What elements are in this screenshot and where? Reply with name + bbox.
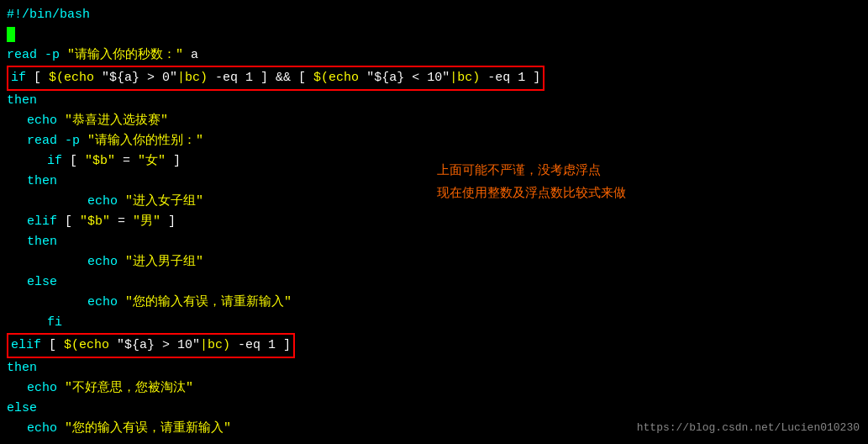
comment-line2: 现在使用整数及浮点数比较式来做 (437, 182, 626, 205)
line-blank2 (7, 439, 861, 444)
line-elif: elif [ $(echo "${a} > 10"|bc) -eq 1 ] (7, 333, 295, 358)
elif-boy-b: "$b" (80, 214, 110, 229)
line-then1: then (7, 91, 861, 111)
read-var: a (183, 48, 198, 62)
elif-eq: -eq 1 ] (230, 338, 291, 352)
if-gender-val: "女" (138, 154, 166, 168)
line-read: read -p "请输入你的秒数：" a (7, 45, 861, 66)
echo-error1-cmd: echo (87, 295, 125, 309)
line-echo-error1: echo "您的输入有误，请重新输入" (7, 293, 861, 313)
read-cmd: read -p (7, 48, 67, 62)
if-gender-b: "$b" (85, 154, 115, 168)
if-gender-bracket: [ (62, 154, 85, 168)
else2-keyword: else (7, 401, 37, 415)
line-echo-boy: echo "进入男子组" (7, 252, 861, 272)
if-subshell2: $(echo (313, 71, 366, 85)
if-eq2: -eq 1 ] (480, 71, 540, 85)
elif-boy-close: ] (160, 214, 176, 229)
elif-boy-keyword: elif (27, 214, 57, 229)
elif-boy-bracket: [ (57, 214, 80, 229)
read-prompt: "请输入你的秒数：" (67, 48, 183, 62)
elif-boy-eq: = (110, 214, 133, 229)
line-read-gender: read -p "请输入你的性别：" (7, 131, 861, 151)
echo-congrats-str: "恭喜进入选拔赛" (65, 114, 168, 128)
then2-keyword: then (27, 174, 57, 188)
line-echo-girl: echo "进入女子组" (7, 192, 861, 212)
if-str2: "${a} < 10" (366, 71, 450, 85)
comment-line1: 上面可能不严谨，没考虑浮点 (437, 160, 626, 182)
if-str1: "${a} > 0" (102, 71, 177, 85)
elif-pipe: |bc) (200, 338, 230, 352)
line-else2: else (7, 399, 861, 419)
if-gender-eq: = (115, 154, 138, 168)
then1-keyword: then (7, 93, 37, 108)
echo-error2-str: "您的输入有误，请重新输入" (65, 421, 231, 436)
echo-girl-cmd: echo (87, 194, 125, 209)
echo-girl-str: "进入女子组" (125, 194, 203, 209)
read-gender-cmd: read -p (27, 134, 87, 148)
if-pipe2: |bc) (450, 71, 480, 85)
read-gender-prompt: "请输入你的性别：" (87, 134, 203, 148)
if-keyword: if (11, 71, 26, 85)
echo-fail-str: "不好意思，您被淘汰" (65, 381, 193, 395)
line-if: if [ $(echo "${a} > 0"|bc) -eq 1 ] && [ … (7, 66, 544, 91)
line-else1: else (7, 272, 861, 293)
shebang-text: #!/bin/bash (7, 8, 90, 22)
echo-error1-str: "您的输入有误，请重新输入" (125, 295, 292, 309)
if-subshell1: $(echo (49, 71, 102, 85)
terminal-window: #!/bin/bash read -p "请输入你的秒数：" a if [ $(… (7, 5, 861, 444)
footer-url: https://blog.csdn.net/Lucien010230 (637, 420, 860, 437)
if-bracket1: [ (26, 71, 49, 85)
line-shebang: #!/bin/bash (7, 5, 861, 25)
line-then3: then (7, 232, 861, 252)
line-then4: then (7, 358, 861, 378)
fi1-keyword: fi (47, 315, 62, 330)
else1-keyword: else (27, 275, 57, 289)
line-blank-cursor (7, 25, 861, 45)
echo-congrats-cmd: echo (27, 114, 65, 128)
elif-keyword: elif (11, 338, 41, 352)
comment-block: 上面可能不严谨，没考虑浮点 现在使用整数及浮点数比较式来做 (437, 160, 626, 205)
line-echo-fail: echo "不好意思，您被淘汰" (7, 378, 861, 399)
echo-boy-cmd: echo (87, 255, 125, 269)
then3-keyword: then (27, 235, 57, 249)
line-fi1: fi (7, 313, 861, 333)
terminal-cursor (7, 27, 15, 42)
echo-error2-cmd: echo (27, 421, 65, 436)
line-echo-congrats: echo "恭喜进入选拔赛" (7, 111, 861, 131)
elif-boy-val: "男" (133, 214, 160, 229)
if-gender-keyword: if (47, 154, 62, 168)
then4-keyword: then (7, 361, 37, 375)
line-if-gender: if [ "$b" = "女" ] (7, 151, 861, 172)
elif-str: "${a} > 10" (117, 338, 200, 352)
line-elif-boy: elif [ "$b" = "男" ] (7, 212, 861, 232)
if-gender-close: ] (166, 154, 181, 168)
echo-fail-cmd: echo (27, 381, 65, 395)
elif-subshell: $(echo (64, 338, 117, 352)
echo-boy-str: "进入男子组" (125, 255, 203, 269)
if-pipe1: |bc) (177, 71, 208, 85)
line-then2: then (7, 172, 861, 192)
elif-bracket: [ (41, 338, 64, 352)
if-eq1: -eq 1 ] && [ (208, 71, 313, 85)
